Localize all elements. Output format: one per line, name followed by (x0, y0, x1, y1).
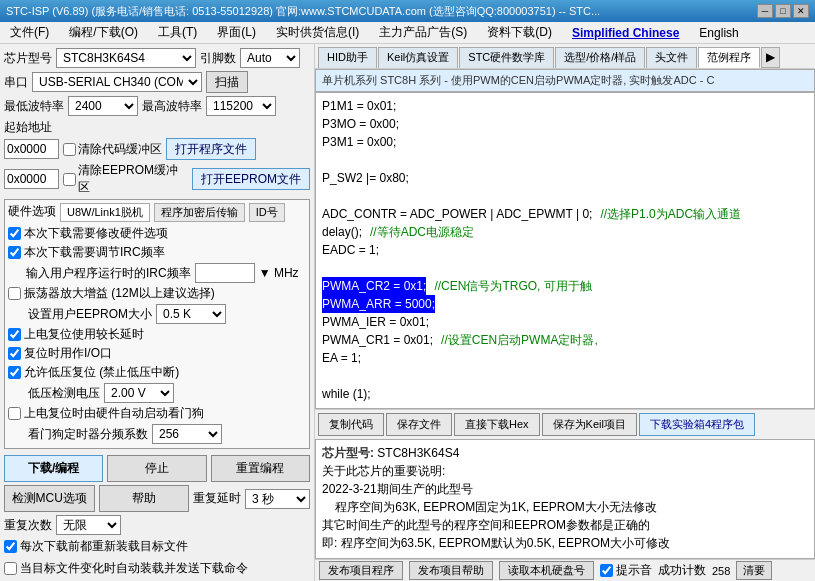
freq-row: 输入用户程序运行时的IRC频率 ▼ MHz (26, 263, 306, 283)
chip-select[interactable]: STC8H3K64S4 (56, 48, 196, 68)
tab-example[interactable]: 范例程序 (698, 47, 760, 68)
btn-row-1: 下载/编程 停止 重置编程 (4, 455, 310, 482)
btn-row-2: 检测MCU选项 帮助 重复延时 3 秒 (4, 485, 310, 512)
hw-tab-encrypt[interactable]: 程序加密后传输 (154, 203, 245, 222)
tab-keil[interactable]: Keil仿真设置 (378, 47, 458, 68)
delay-label: 重复延时 (193, 490, 241, 507)
param-select[interactable]: Auto (240, 48, 300, 68)
direct-download-hex-button[interactable]: 直接下载Hex (454, 413, 540, 436)
clear-code-label: 清除代码缓冲区 (78, 141, 162, 158)
low-volt-label: 低压检测电压 (28, 385, 100, 402)
code-line-3: P3M1 = 0x00; (322, 133, 808, 151)
maximize-button[interactable]: □ (775, 4, 791, 18)
hw-checkbox-1[interactable] (8, 227, 21, 240)
help-button[interactable]: 帮助 (99, 485, 190, 512)
tab-math[interactable]: STC硬件数学库 (459, 47, 554, 68)
right-panel: HID助手 Keil仿真设置 STC硬件数学库 选型/价格/样品 头文件 范例程… (315, 44, 815, 581)
clear-eeprom-check: 清除EEPROM缓冲区 (63, 162, 188, 196)
baud-row: 最低波特率 2400 最高波特率 115200 (4, 96, 310, 116)
window-controls: ─ □ ✕ (757, 4, 809, 18)
copy-code-button[interactable]: 复制代码 (318, 413, 384, 436)
low-volt-select[interactable]: 2.00 V (104, 383, 174, 403)
hw-option-7: 上电复位时由硬件自动启动看门狗 (8, 405, 306, 422)
download-button[interactable]: 下载/编程 (4, 455, 103, 482)
hw-checkbox-6[interactable] (8, 366, 21, 379)
check-mcu-button[interactable]: 检测MCU选项 (4, 485, 95, 512)
tab-select[interactable]: 选型/价格/样品 (555, 47, 645, 68)
code-area[interactable]: P1M1 = 0x01; P3MO = 0x00; P3M1 = 0x00; P… (315, 92, 815, 409)
menu-file[interactable]: 文件(F) (4, 22, 55, 43)
code-line-6 (322, 187, 808, 205)
open-eeprom-file-button[interactable]: 打开EEPROM文件 (192, 168, 310, 190)
save-keil-project-button[interactable]: 保存为Keil项目 (542, 413, 637, 436)
code-line-4 (322, 151, 808, 169)
tab-arrow[interactable]: ▶ (761, 47, 780, 68)
hw-option-label-6: 允许低压复位 (禁止低压中断) (24, 364, 179, 381)
hw-checkbox-4[interactable] (8, 328, 21, 341)
info-chip-label: 芯片型号: (322, 446, 377, 460)
repeat-select[interactable]: 无限 (56, 515, 121, 535)
max-baud-label: 最高波特率 (142, 98, 202, 115)
menu-tools[interactable]: 工具(T) (152, 22, 203, 43)
menu-simplified-chinese[interactable]: Simplified Chinese (566, 24, 685, 42)
clear-button[interactable]: 清要 (736, 561, 772, 580)
freq-unit: ▼ MHz (259, 266, 299, 280)
addr-input-1[interactable] (4, 139, 59, 159)
freq-label: 输入用户程序运行时的IRC频率 (26, 265, 191, 282)
code-line-10 (322, 259, 808, 277)
hw-options-list: 本次下载需要修改硬件选项 本次下载需要调节IRC频率 输入用户程序运行时的IRC… (8, 225, 306, 445)
code-line-9: EADC = 1; (322, 241, 808, 259)
menu-realtime[interactable]: 实时供货信息(I) (270, 22, 365, 43)
clear-code-checkbox[interactable] (63, 143, 76, 156)
tab-header[interactable]: 头文件 (646, 47, 697, 68)
clear-code-check: 清除代码缓冲区 (63, 141, 162, 158)
menu-english[interactable]: English (693, 24, 744, 42)
hw-option-label-4: 上电复位使用较长延时 (24, 326, 144, 343)
menu-program[interactable]: 编程/下载(O) (63, 22, 144, 43)
sound-checkbox[interactable] (600, 564, 613, 577)
freq-input[interactable] (195, 263, 255, 283)
tab-hid[interactable]: HID助手 (318, 47, 377, 68)
stop-button[interactable]: 停止 (107, 455, 206, 482)
code-line-15: EA = 1; (322, 349, 808, 367)
scan-button[interactable]: 扫描 (206, 71, 248, 93)
success-count: 258 (712, 565, 730, 577)
addr-input-2[interactable] (4, 169, 59, 189)
info-text: 关于此芯片的重要说明: 2022-3-21期间生产的此型号 程序空间为63K, … (322, 462, 808, 552)
save-file-button[interactable]: 保存文件 (386, 413, 452, 436)
auto-trigger-row: 当目标文件变化时自动装载并发送下载命令 (4, 560, 310, 577)
max-baud-select[interactable]: 115200 (206, 96, 276, 116)
open-prog-file-button[interactable]: 打开程序文件 (166, 138, 256, 160)
auto-trigger-checkbox[interactable] (4, 562, 17, 575)
download-example-button[interactable]: 下载实验箱4程序包 (639, 413, 755, 436)
watchdog-select[interactable]: 256 (152, 424, 222, 444)
publish-help-button[interactable]: 发布项目帮助 (409, 561, 493, 580)
hw-checkbox-5[interactable] (8, 347, 21, 360)
success-count-label: 成功计数 (658, 562, 706, 579)
code-line-13: PWMA_IER = 0x01; (322, 313, 808, 331)
auto-load-label: 每次下载前都重新装载目标文件 (20, 538, 188, 555)
auto-load-checkbox[interactable] (4, 540, 17, 553)
hardware-options-section: 硬件选项 U8W/Link1脱机 程序加密后传输 ID号 本次下载需要修改硬件选… (4, 199, 310, 449)
delay-select[interactable]: 3 秒 (245, 489, 310, 509)
info-chip-value: STC8H3K64S4 (377, 446, 459, 460)
minimize-button[interactable]: ─ (757, 4, 773, 18)
publish-program-button[interactable]: 发布项目程序 (319, 561, 403, 580)
min-baud-select[interactable]: 2400 (68, 96, 138, 116)
clear-eeprom-label: 清除EEPROM缓冲区 (78, 162, 188, 196)
close-button[interactable]: ✕ (793, 4, 809, 18)
read-disk-button[interactable]: 读取本机硬盘号 (499, 561, 594, 580)
menu-product[interactable]: 主力产品广告(S) (373, 22, 473, 43)
hw-checkbox-7[interactable] (8, 407, 21, 420)
serial-select[interactable]: USB-SERIAL CH340 (COM4) (32, 72, 202, 92)
status-bar: 发布项目程序 发布项目帮助 读取本机硬盘号 提示音 成功计数 258 清要 (315, 559, 815, 581)
clear-eeprom-checkbox[interactable] (63, 173, 76, 186)
menu-interface[interactable]: 界面(L) (211, 22, 262, 43)
eeprom-size-select[interactable]: 0.5 K (156, 304, 226, 324)
hw-tab-id[interactable]: ID号 (249, 203, 285, 222)
hw-tab-u8w[interactable]: U8W/Link1脱机 (60, 203, 150, 222)
reprogram-button[interactable]: 重置编程 (211, 455, 310, 482)
hw-checkbox-3[interactable] (8, 287, 21, 300)
menu-download[interactable]: 资料下载(D) (481, 22, 558, 43)
hw-checkbox-2[interactable] (8, 246, 21, 259)
